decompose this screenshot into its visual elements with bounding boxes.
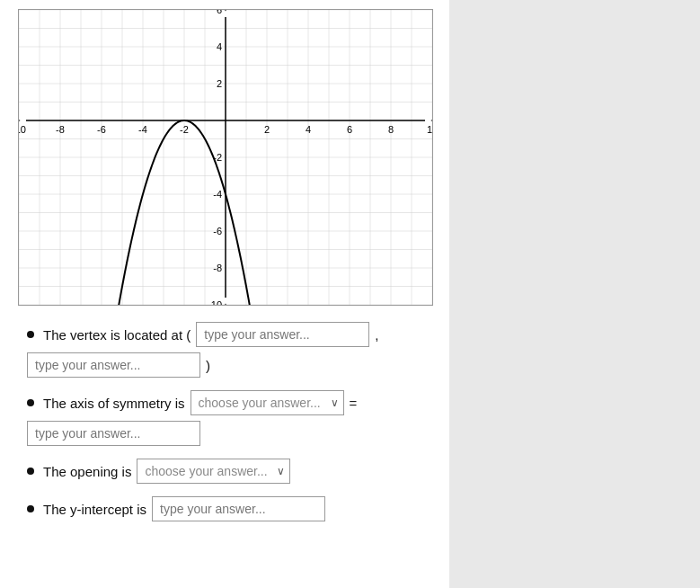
main-container: The vertex is located at ( , ) The axis … — [0, 0, 700, 588]
bullet-vertex — [27, 331, 34, 338]
opening-select-wrapper: choose your answer... upward downward le… — [137, 459, 290, 484]
vertex-input-x[interactable] — [196, 322, 369, 347]
vertex-label: The vertex is located at ( — [43, 327, 191, 343]
close-paren: ) — [206, 358, 210, 373]
bullet-axis — [27, 399, 34, 406]
questions-section: The vertex is located at ( , ) The axis … — [18, 322, 431, 521]
bullet-yintercept — [27, 505, 34, 512]
opening-question-row: The opening is choose your answer... upw… — [27, 459, 431, 484]
axis-question-row: The axis of symmetry is choose your answ… — [27, 390, 431, 446]
graph-area — [18, 9, 431, 306]
opening-label: The opening is — [43, 464, 131, 479]
bullet-opening — [27, 468, 34, 475]
vertex-input-y[interactable] — [27, 352, 200, 378]
axis-select[interactable]: choose your answer... x = y = — [191, 390, 344, 415]
yintercept-input[interactable] — [152, 496, 325, 521]
coordinate-graph — [18, 9, 433, 306]
opening-select[interactable]: choose your answer... upward downward le… — [137, 459, 290, 484]
comma-separator: , — [375, 327, 378, 343]
left-panel: The vertex is located at ( , ) The axis … — [0, 0, 449, 588]
equals-sign: = — [350, 396, 358, 411]
yintercept-question-row: The y-intercept is — [27, 496, 431, 521]
yintercept-label: The y-intercept is — [43, 502, 146, 517]
axis-input[interactable] — [27, 421, 200, 446]
right-panel — [449, 0, 700, 588]
vertex-question-row: The vertex is located at ( , ) — [27, 322, 431, 378]
axis-label: The axis of symmetry is — [43, 396, 185, 411]
axis-select-wrapper: choose your answer... x = y = — [191, 390, 344, 415]
